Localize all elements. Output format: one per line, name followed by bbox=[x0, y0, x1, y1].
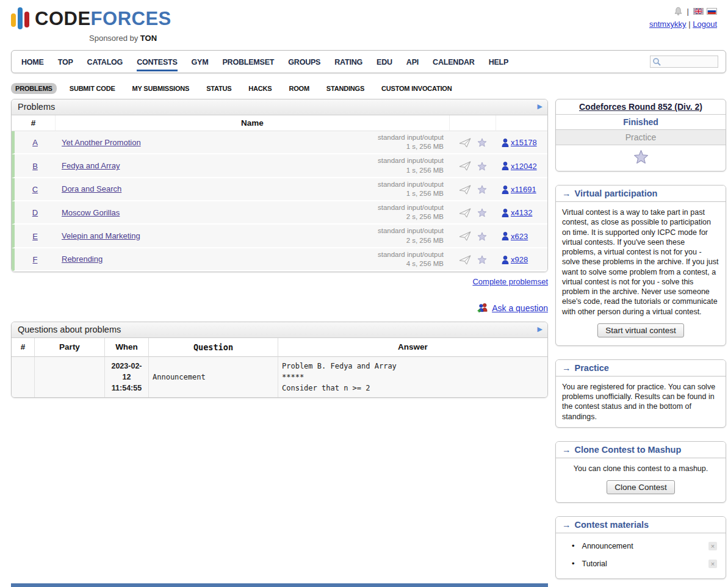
solved-person-icon bbox=[502, 256, 509, 264]
list-item: • Announcement × bbox=[556, 537, 726, 555]
problem-letter-link[interactable]: D bbox=[32, 208, 38, 217]
nav-item-edu[interactable]: EDU bbox=[377, 52, 392, 71]
problem-letter-link[interactable]: F bbox=[33, 255, 38, 264]
favorite-star-icon[interactable] bbox=[477, 162, 487, 171]
problem-actions-cell bbox=[450, 248, 496, 272]
clone-contest-button[interactable]: Clone Contest bbox=[607, 480, 675, 494]
tab-my-submissions[interactable]: MY SUBMISSIONS bbox=[128, 83, 194, 94]
favorite-star-icon[interactable] bbox=[477, 185, 487, 194]
submit-plane-icon[interactable] bbox=[459, 231, 471, 241]
problem-name-link[interactable]: Fedya and Array bbox=[62, 161, 120, 170]
tab-submit-code[interactable]: SUBMIT CODE bbox=[65, 83, 120, 94]
table-row: D Moscow Gorillas standard input/output2… bbox=[12, 201, 547, 225]
col-header-actions bbox=[450, 115, 496, 131]
nav-item-calendar[interactable]: CALENDAR bbox=[433, 52, 475, 71]
virtual-participation-header: →Virtual participation bbox=[556, 185, 726, 202]
tab-room[interactable]: ROOM bbox=[284, 83, 313, 94]
tab-custom-invocation[interactable]: CUSTOM INVOCATION bbox=[377, 83, 456, 94]
submit-plane-icon[interactable] bbox=[459, 255, 471, 265]
problem-name-link[interactable]: Yet Another Promotion bbox=[62, 138, 141, 147]
arrow-right-icon: → bbox=[562, 363, 571, 373]
table-row: E Velepin and Marketing standard input/o… bbox=[12, 225, 547, 248]
nav-item-api[interactable]: API bbox=[406, 52, 419, 71]
problem-name-link[interactable]: Rebrending bbox=[62, 254, 103, 264]
contest-title-link[interactable]: Codeforces Round 852 (Div. 2) bbox=[579, 102, 702, 112]
logout-link[interactable]: Logout bbox=[693, 20, 717, 29]
submit-plane-icon[interactable] bbox=[459, 161, 471, 171]
problem-name-link[interactable]: Dora and Search bbox=[62, 184, 121, 193]
material-tutorial-link[interactable]: Tutorial bbox=[582, 560, 607, 568]
virtual-participation-box: →Virtual participation Virtual contest i… bbox=[555, 185, 726, 346]
nav-item-help[interactable]: HELP bbox=[489, 52, 509, 71]
favorite-star-icon[interactable] bbox=[633, 149, 649, 164]
col-header-solved bbox=[496, 115, 547, 131]
problem-limits: standard input/output1 s, 256 MB bbox=[378, 133, 444, 151]
submit-plane-icon[interactable] bbox=[459, 185, 471, 195]
solved-person-icon bbox=[502, 162, 509, 170]
submit-plane-icon[interactable] bbox=[459, 208, 471, 218]
tab-problems[interactable]: PROBLEMS bbox=[11, 83, 57, 94]
solved-person-icon bbox=[502, 139, 509, 147]
q-col-party: Party bbox=[35, 338, 105, 357]
problem-limits: standard input/output2 s, 256 MB bbox=[378, 203, 444, 221]
solved-count-link[interactable]: x4132 bbox=[511, 208, 532, 217]
contest-materials-box: →Contest materials • Announcement × • Tu… bbox=[555, 516, 726, 579]
problem-name-link[interactable]: Moscow Gorillas bbox=[62, 208, 120, 217]
nav-item-problemset[interactable]: PROBLEMSET bbox=[222, 52, 274, 71]
nav-item-groups[interactable]: GROUPS bbox=[288, 52, 320, 71]
nav-item-top[interactable]: TOP bbox=[58, 52, 73, 71]
ask-question-link[interactable]: Ask a question bbox=[492, 303, 548, 313]
solved-count-link[interactable]: x623 bbox=[511, 232, 528, 241]
q-col-answer: Answer bbox=[278, 338, 547, 357]
contest-mode-label: Practice bbox=[556, 130, 726, 145]
complete-problemset-link[interactable]: Complete problemset bbox=[472, 277, 548, 286]
nav-item-contests[interactable]: CONTESTS bbox=[137, 52, 177, 71]
submit-plane-icon[interactable] bbox=[459, 138, 471, 148]
solved-count-link[interactable]: x11691 bbox=[511, 185, 536, 194]
questions-table: # Party When Question Answer 2023-02-12 … bbox=[12, 338, 547, 397]
problem-solved-cell: x4132 bbox=[496, 201, 547, 225]
close-icon[interactable]: × bbox=[708, 542, 717, 550]
problem-name-link[interactable]: Velepin and Marketing bbox=[62, 231, 140, 240]
virtual-participation-text: Virtual contest is a way to take part in… bbox=[556, 202, 726, 322]
bullet-icon: • bbox=[572, 559, 575, 568]
tab-standings[interactable]: STANDINGS bbox=[322, 83, 369, 94]
problem-letter-link[interactable]: B bbox=[32, 162, 38, 171]
codeforces-logo[interactable]: CODEFORCES Sponsored by TON bbox=[11, 5, 171, 43]
question-text: Announcement bbox=[149, 357, 278, 397]
logo-bars-icon bbox=[11, 5, 29, 32]
tab-hacks[interactable]: HACKS bbox=[244, 83, 276, 94]
problem-letter-link[interactable]: A bbox=[32, 138, 38, 147]
problem-limits: standard input/output2 s, 256 MB bbox=[378, 226, 444, 245]
caption-arrow-icon[interactable]: ▶ bbox=[538, 325, 542, 333]
bell-icon[interactable] bbox=[674, 7, 683, 16]
solved-count-link[interactable]: x15178 bbox=[511, 138, 537, 147]
problem-letter-link[interactable]: E bbox=[32, 232, 38, 241]
favorite-star-icon[interactable] bbox=[477, 255, 487, 264]
material-announcement-link[interactable]: Announcement bbox=[582, 542, 633, 550]
solved-count-link[interactable]: x12042 bbox=[511, 162, 537, 171]
nav-item-home[interactable]: HOME bbox=[21, 52, 44, 71]
logo-text: CODEFORCES bbox=[35, 9, 171, 28]
english-flag-icon[interactable] bbox=[693, 8, 704, 15]
nav-item-rating[interactable]: RATING bbox=[334, 52, 362, 71]
start-virtual-contest-button[interactable]: Start virtual contest bbox=[597, 323, 684, 337]
username-link[interactable]: sntmxykky bbox=[649, 20, 687, 29]
caption-arrow-icon[interactable]: ▶ bbox=[538, 103, 542, 110]
problem-actions-cell bbox=[450, 178, 496, 201]
ask-question-icon bbox=[477, 303, 488, 313]
favorite-star-icon[interactable] bbox=[477, 138, 487, 147]
problem-limits: standard input/output1 s, 256 MB bbox=[378, 180, 444, 198]
close-icon[interactable]: × bbox=[708, 560, 717, 568]
nav-item-gym[interactable]: GYM bbox=[192, 52, 209, 71]
nav-item-catalog[interactable]: CATALOG bbox=[87, 52, 123, 71]
footer-bar bbox=[11, 583, 548, 587]
page-header: CODEFORCES Sponsored by TON | bbox=[0, 0, 728, 43]
questions-caption: Questions about problems ▶ bbox=[12, 322, 547, 338]
tab-status[interactable]: STATUS bbox=[202, 83, 236, 94]
favorite-star-icon[interactable] bbox=[477, 232, 487, 241]
problem-letter-link[interactable]: C bbox=[32, 185, 38, 194]
solved-count-link[interactable]: x928 bbox=[511, 255, 528, 264]
russian-flag-icon[interactable] bbox=[707, 8, 717, 15]
favorite-star-icon[interactable] bbox=[477, 208, 487, 217]
